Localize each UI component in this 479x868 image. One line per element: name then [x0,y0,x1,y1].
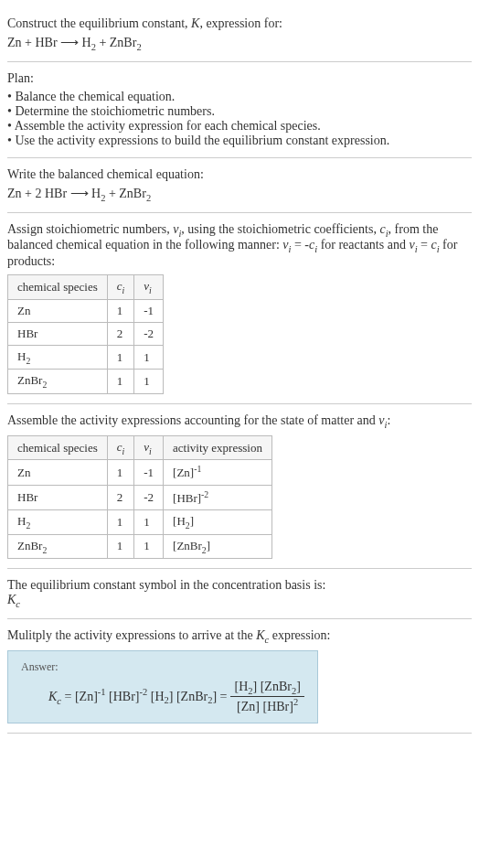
activity-table: chemical species ci νi activity expressi… [7,435,272,559]
prompt-line: Construct the equilibrium constant, K, e… [7,16,472,31]
plan-item: • Assemble the activity expression for e… [7,119,472,134]
table-row: HBr 2 -2 [8,322,164,345]
kc-fraction: [H2] [ZnBr2] [Zn] [HBr]2 [230,680,303,713]
plan-item: • Use the activity expressions to build … [7,134,472,148]
kc-numerator: [H2] [ZnBr2] [230,680,303,697]
col-activity: activity expression [164,435,272,460]
activity-section: Assemble the activity expressions accoun… [7,404,472,569]
col-species: chemical species [8,435,108,460]
kc-denominator: [Zn] [HBr]2 [230,697,303,714]
stoich-table: chemical species ci νi Zn 1 -1 HBr 2 -2 … [7,274,164,394]
answer-box: Answer: Kc = [Zn]-1 [HBr]-2 [H2] [ZnBr2]… [7,650,318,723]
kc-lhs: Kc = [Zn]-1 [HBr]-2 [H2] [ZnBr2] = [48,687,227,705]
answer-label: Answer: [21,660,304,674]
col-ci: ci [107,275,134,300]
table-row: ZnBr2 1 1 [8,370,164,394]
col-species: chemical species [8,275,108,300]
balanced-section: Write the balanced chemical equation: Zn… [7,158,472,213]
balanced-heading: Write the balanced chemical equation: [7,167,472,182]
prompt-section: Construct the equilibrium constant, K, e… [7,7,472,62]
kc-expression: Kc = [Zn]-1 [HBr]-2 [H2] [ZnBr2] = [H2] … [48,680,304,713]
balanced-equation: Zn + 2 HBr ⟶ H2 + ZnBr2 [7,186,472,203]
plan-item: • Determine the stoichiometric numbers. [7,104,472,119]
symbol-section: The equilibrium constant symbol in the c… [7,569,472,619]
symbol-value: Kc [7,593,472,609]
plan-list: • Balance the chemical equation. • Deter… [7,90,472,148]
final-heading: Mulitply the activity expressions to arr… [7,628,472,645]
col-ci: ci [107,435,134,460]
table-row: Zn 1 -1 [Zn]-1 [8,460,272,485]
table-row: H2 1 1 [H2] [8,510,272,535]
plan-item: • Balance the chemical equation. [7,90,472,104]
table-row: Zn 1 -1 [8,299,164,322]
table-row: HBr 2 -2 [HBr]-2 [8,485,272,509]
table-header-row: chemical species ci νi [8,275,164,300]
plan-heading: Plan: [7,71,472,86]
stoich-section: Assign stoichiometric numbers, νi, using… [7,213,472,404]
col-vi: νi [134,435,164,460]
col-vi: νi [134,275,164,300]
symbol-line: The equilibrium constant symbol in the c… [7,578,472,593]
stoich-text: Assign stoichiometric numbers, νi, using… [7,222,472,270]
unbalanced-equation: Zn + HBr ⟶ H2 + ZnBr2 [7,35,472,52]
plan-section: Plan: • Balance the chemical equation. •… [7,62,472,158]
activity-heading: Assemble the activity expressions accoun… [7,413,472,430]
table-row: ZnBr2 1 1 [ZnBr2] [8,534,272,559]
final-section: Mulitply the activity expressions to arr… [7,619,472,734]
table-row: H2 1 1 [8,345,164,370]
table-header-row: chemical species ci νi activity expressi… [8,435,272,460]
